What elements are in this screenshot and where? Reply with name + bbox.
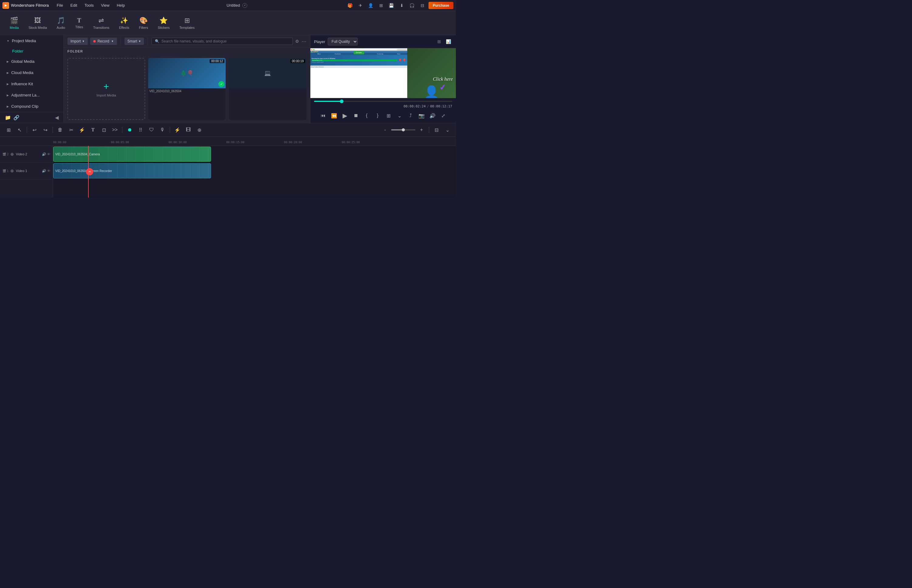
zoom-in-button[interactable]: + [417, 125, 426, 135]
ruler-mark-4: 00:00:20:00 [284, 141, 302, 144]
headphone-icon[interactable]: 🎧 [408, 1, 416, 10]
mark-out-button[interactable]: } [373, 111, 383, 120]
play-button[interactable]: ▶ [340, 111, 350, 120]
toolbar-media[interactable]: 🎬 Media [5, 14, 24, 32]
eye-icon-2[interactable]: 👁 [47, 169, 50, 173]
particles-button[interactable]: ⠿ [136, 125, 146, 135]
split-button[interactable]: ⚡ [77, 125, 87, 135]
crop-button[interactable]: ⊡ [99, 125, 109, 135]
toolbar-templates[interactable]: ⊞ Templates [175, 14, 199, 32]
ai-tools-button[interactable]: ⚡ [172, 125, 182, 135]
audio-track-icon-2[interactable]: 🔊 [42, 169, 46, 173]
smart-button[interactable]: Smart ▼ [125, 38, 144, 45]
shield-button[interactable]: 🛡 [147, 125, 156, 135]
clip-video2[interactable]: VID_20241010_063504_Camera [53, 147, 211, 162]
progress-bar[interactable] [314, 101, 452, 102]
settings-button[interactable]: ⌄ [442, 125, 452, 135]
volume-button[interactable]: 🔊 [428, 111, 437, 120]
record-chevron-icon: ▼ [111, 40, 114, 43]
save-icon[interactable]: 💾 [387, 1, 396, 10]
toolbar-transitions-label: Transitions [93, 26, 109, 29]
audio-record-button[interactable]: ⏺ [125, 125, 134, 135]
sidebar-influence-kit-label: Influence Kit [11, 82, 33, 86]
grid-view-icon[interactable]: ⊞ [435, 38, 443, 45]
quality-select[interactable]: Full Quality [328, 38, 358, 45]
scene-detect-button[interactable]: 🎞 [183, 125, 193, 135]
frame-back-button[interactable]: ⏪ [329, 111, 339, 120]
sidebar-item-compound-clip[interactable]: ▶ Compound Clip [2, 101, 62, 111]
multi-layout-icon[interactable]: ⊟ [418, 1, 427, 10]
media-item-vid2[interactable]: 💻 00:00:19 [229, 58, 306, 120]
text-tool-button[interactable]: T [88, 125, 98, 135]
sidebar-item-global-media[interactable]: ▶ Global Media [2, 56, 62, 67]
redo-button[interactable]: ↪ [40, 125, 50, 135]
toolbar-effects[interactable]: ✨ Effects [114, 14, 134, 32]
browser-close-dot [311, 49, 312, 50]
grid-layout-button[interactable]: ⊟ [432, 125, 441, 135]
zoom-bar-fill [391, 129, 403, 131]
undo-button[interactable]: ↩ [29, 125, 39, 135]
fullscreen-button[interactable]: ⤢ [439, 111, 448, 120]
account-icon[interactable]: 👤 [366, 1, 375, 10]
browser-balloons: 🎈 🎈 [398, 58, 406, 62]
share-icon[interactable]: ✈ [356, 1, 365, 10]
separator-2 [147, 38, 148, 45]
menu-help[interactable]: Help [113, 2, 128, 9]
chart-icon[interactable]: 📊 [444, 38, 452, 45]
folder-link-icon[interactable]: 🔗 [13, 115, 19, 120]
toolbar-titles[interactable]: T Titles [70, 15, 88, 31]
layout-icon[interactable]: ⊞ [377, 1, 386, 10]
balloon-icon-2: 🎈 [402, 58, 406, 62]
cut-button[interactable]: ✂ [66, 125, 76, 135]
toolbar-transitions[interactable]: ⇌ Transitions [88, 14, 114, 32]
stock-media-icon: 🖼 [34, 17, 41, 24]
delete-button[interactable]: 🗑 [55, 125, 65, 135]
donate-button[interactable]: Donate [353, 51, 364, 54]
audio-track-icon[interactable]: 🔊 [42, 152, 46, 156]
toolbar-stock-media[interactable]: 🖼 Stock Media [24, 14, 52, 32]
step-back-button[interactable]: ⏮ [318, 111, 328, 120]
add-to-timeline-button[interactable]: ⊞ [384, 111, 394, 120]
sidebar-item-project-media[interactable]: ▼ Project Media [2, 36, 62, 46]
sidebar-adjustment-label: Adjustment La... [11, 93, 40, 97]
chevron-down-btn[interactable]: ⌄ [395, 111, 405, 120]
download-icon[interactable]: ⬇ [397, 1, 406, 10]
menu-tools[interactable]: Tools [81, 2, 97, 9]
snapshot-button[interactable]: 📷 [417, 111, 426, 120]
mark-in-button[interactable]: { [362, 111, 372, 120]
collapse-sidebar-icon[interactable]: ◀ [55, 115, 58, 120]
toolbar-stickers[interactable]: ⭐ Stickers [153, 14, 174, 32]
toolbar-audio[interactable]: 🎵 Audio [52, 14, 70, 32]
more-options-icon[interactable]: ⋯ [301, 39, 306, 44]
export-frame-button[interactable]: ⤴ [406, 111, 415, 120]
sidebar-item-adjustment[interactable]: ▶ Adjustment La... [2, 90, 62, 100]
gift-icon[interactable]: 🎁 [346, 1, 355, 10]
select-tool-button[interactable]: ↖ [15, 125, 24, 135]
add-folder-icon[interactable]: 📁 [5, 115, 11, 120]
purchase-button[interactable]: Purchase [429, 2, 454, 9]
import-button[interactable]: Import ▼ [67, 38, 88, 45]
search-input[interactable] [161, 39, 290, 44]
zoom-out-button[interactable]: - [380, 125, 390, 135]
multicam-button[interactable]: ⊕ [194, 125, 204, 135]
sidebar-item-cloud-media[interactable]: ▶ Cloud Media [2, 67, 62, 78]
eye-icon[interactable]: 👁 [47, 152, 50, 156]
progress-handle[interactable] [340, 100, 343, 103]
more-tools-button[interactable]: >> [110, 125, 120, 135]
menu-file[interactable]: File [54, 2, 66, 9]
stop-button[interactable]: ⏹ [351, 111, 361, 120]
menu-view[interactable]: View [98, 2, 112, 9]
sidebar-folder[interactable]: Folder [7, 47, 63, 56]
record-button[interactable]: Record ▼ [90, 38, 117, 45]
import-media-tile[interactable]: + Import Media [67, 58, 145, 120]
menu-edit[interactable]: Edit [67, 2, 80, 9]
sidebar-item-influence-kit[interactable]: ▶ Influence Kit [2, 79, 62, 89]
tracks-content: VID_20241010_063504_Camera ✂ VID_2024101… [53, 146, 456, 197]
multi-select-button[interactable]: ⊞ [4, 125, 13, 135]
filter-icon[interactable]: ⚙ [295, 39, 299, 44]
mic-button[interactable]: 🎙 [158, 125, 167, 135]
toolbar-filters[interactable]: 🎨 Filters [134, 14, 153, 32]
clip-video1[interactable]: VID_20241010_063504_Screen Recorder [53, 163, 211, 178]
zoom-handle[interactable] [402, 128, 405, 131]
media-item-vid1[interactable]: 🌲🎈 00:00:12 ✓ VID_20241010_063504 [148, 58, 226, 120]
